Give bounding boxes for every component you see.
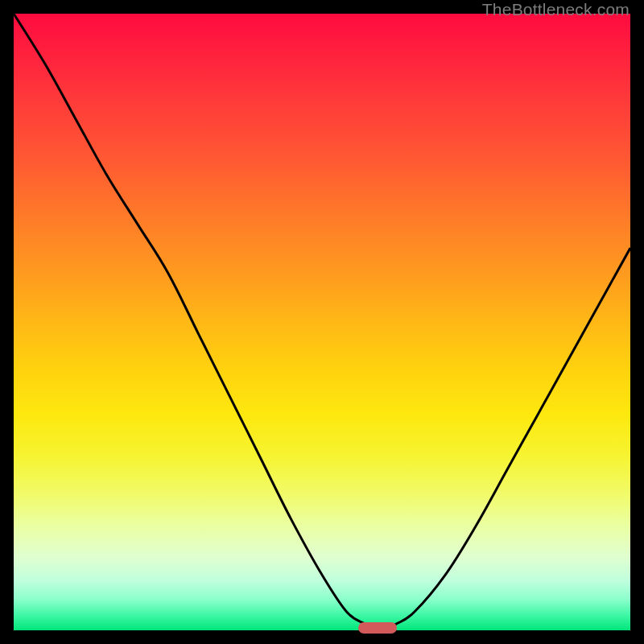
- curve-line: [14, 14, 630, 630]
- chart-plot-area: [14, 14, 630, 630]
- chart-frame: TheBottleneck.com: [0, 0, 644, 644]
- optimum-marker: [358, 622, 397, 634]
- watermark-text: TheBottleneck.com: [482, 0, 630, 19]
- bottleneck-curve: [14, 14, 630, 630]
